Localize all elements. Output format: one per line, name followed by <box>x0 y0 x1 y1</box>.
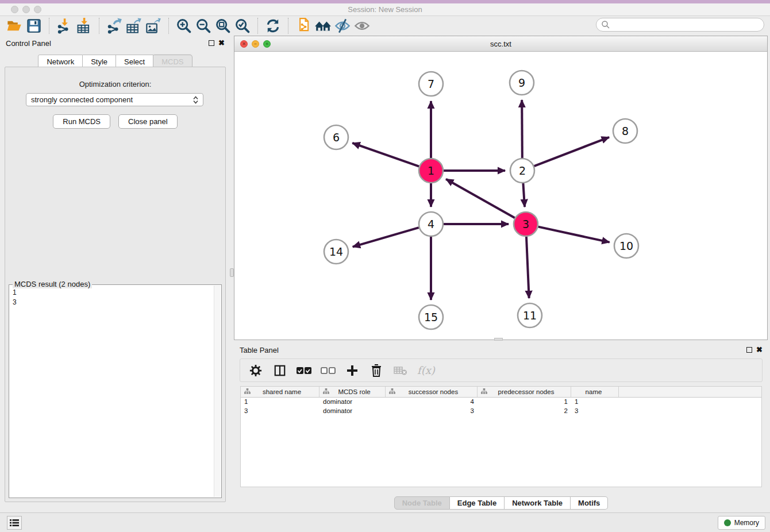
open-file-icon[interactable] <box>5 17 24 35</box>
network-graph-canvas[interactable]: 7968124314101511 <box>234 52 767 340</box>
graph-node-label-8: 8 <box>622 125 629 137</box>
column-header-label: successor nodes <box>395 388 477 395</box>
hierarchy-icon <box>481 388 487 396</box>
column-header-shared-name[interactable]: shared name <box>241 387 319 397</box>
split-columns-icon[interactable] <box>272 363 287 378</box>
mcds-result-scrollbar[interactable] <box>214 286 221 497</box>
select-all-checkbox-icon[interactable] <box>297 363 311 378</box>
node-table-header: shared nameMCDS rolesuccessor nodesprede… <box>241 387 761 398</box>
search-icon <box>601 20 610 29</box>
mcds-result-title: MCDS result (2 nodes) <box>13 280 92 288</box>
settings-gear-icon[interactable] <box>248 363 263 378</box>
column-header-MCDS-role[interactable]: MCDS role <box>319 387 386 397</box>
node-table-body: 1dominator4113dominator323 <box>241 398 761 416</box>
zoom-out-icon[interactable] <box>194 17 213 35</box>
graph-edge-3-11[interactable] <box>526 237 529 298</box>
graph-edge-1-6[interactable] <box>352 143 419 167</box>
table-cell[interactable]: 1 <box>478 398 571 407</box>
mcds-result-item: 1 <box>13 288 220 298</box>
graph-node-label-14: 14 <box>329 245 343 258</box>
optimization-criterion-label: Optimization criterion: <box>5 80 225 88</box>
import-network-icon[interactable] <box>55 17 74 35</box>
control-panel-title: Control Panel <box>6 39 51 48</box>
table-cell[interactable]: dominator <box>319 407 386 416</box>
hierarchy-icon <box>389 388 395 396</box>
tab-node-table[interactable]: Node Table <box>394 496 450 510</box>
toolbar-separator <box>257 18 258 34</box>
table-cell[interactable]: 3 <box>571 407 619 416</box>
select-stepper-icon <box>193 96 198 104</box>
task-list-button[interactable] <box>7 516 22 530</box>
graph-node-label-10: 10 <box>619 240 633 252</box>
graph-edge-2-8[interactable] <box>534 137 609 166</box>
import-table-icon[interactable] <box>74 17 94 35</box>
column-header-label: predecessor nodes <box>487 388 571 395</box>
graph-node-label-6: 6 <box>333 131 340 144</box>
table-row[interactable]: 3dominator323 <box>241 407 761 416</box>
toolbar-separator <box>288 18 288 34</box>
table-cell[interactable]: 4 <box>386 398 478 407</box>
column-header-label: MCDS role <box>329 388 385 395</box>
export-table-icon[interactable] <box>124 17 144 35</box>
delete-row-icon[interactable] <box>369 363 384 378</box>
export-image-icon[interactable] <box>144 17 163 35</box>
run-mcds-button[interactable]: Run MCDS <box>53 114 110 129</box>
column-header-successor-nodes[interactable]: successor nodes <box>386 387 478 397</box>
graph-edge-2-3[interactable] <box>523 183 525 207</box>
column-header-predecessor-nodes[interactable]: predecessor nodes <box>478 387 571 397</box>
table-cell[interactable]: 3 <box>241 407 319 416</box>
graph-edge-2-9[interactable] <box>522 100 522 158</box>
graph-edge-3-10[interactable] <box>538 227 609 242</box>
table-cell[interactable]: 3 <box>386 407 478 416</box>
network-view-title: scc.txt <box>234 40 767 48</box>
graph-node-label-2: 2 <box>519 164 526 177</box>
search-box[interactable] <box>596 18 764 32</box>
table-row[interactable]: 1dominator411 <box>241 398 761 407</box>
export-network-icon[interactable] <box>105 17 124 35</box>
network-window-titlebar[interactable]: ✕ − + scc.txt <box>234 36 767 52</box>
close-panel-icon[interactable]: ✖ <box>756 347 763 353</box>
column-header-name[interactable]: name <box>571 387 619 397</box>
panel-splitter-handle[interactable] <box>230 268 234 277</box>
zoom-selected-icon[interactable] <box>233 17 252 35</box>
graph-node-label-7: 7 <box>428 78 434 90</box>
tab-network-table[interactable]: Network Table <box>505 496 571 510</box>
table-toolbar: f(x) <box>240 358 763 382</box>
zoom-in-icon[interactable] <box>174 17 194 35</box>
save-session-icon[interactable] <box>24 17 44 35</box>
deselect-all-checkbox-icon[interactable] <box>321 363 336 378</box>
network-file-icon[interactable] <box>294 17 313 35</box>
main-toolbar <box>0 16 770 36</box>
tab-edge-table[interactable]: Edge Table <box>450 496 505 510</box>
graph-node-label-15: 15 <box>424 311 438 323</box>
panel-splitter-handle[interactable] <box>494 338 503 341</box>
graph-node-label-3: 3 <box>522 218 529 230</box>
zoom-fit-icon[interactable] <box>213 17 233 35</box>
table-cell[interactable]: 1 <box>571 398 619 407</box>
show-eye-icon[interactable] <box>352 17 372 35</box>
graph-node-label-4: 4 <box>428 218 434 230</box>
node-table[interactable]: shared nameMCDS rolesuccessor nodesprede… <box>240 386 762 487</box>
list-icon <box>10 519 19 527</box>
memory-button[interactable]: Memory <box>718 516 765 530</box>
refresh-icon[interactable] <box>263 17 283 35</box>
hierarchy-icon <box>244 388 251 396</box>
table-cell[interactable]: 1 <box>241 398 319 407</box>
table-cell[interactable]: dominator <box>319 398 386 407</box>
graph-edge-3-1[interactable] <box>446 179 515 218</box>
close-panel-button[interactable]: Close panel <box>118 114 178 129</box>
toolbar-separator <box>49 18 49 34</box>
home-icon[interactable] <box>313 17 333 35</box>
hide-eye-icon[interactable] <box>333 17 352 35</box>
tab-motifs[interactable]: Motifs <box>571 496 608 510</box>
search-input[interactable] <box>610 19 764 30</box>
status-bar: Memory <box>0 512 770 532</box>
optimization-criterion-select[interactable]: strongly connected component <box>26 93 203 106</box>
mcds-panel-body: Optimization criterion: strongly connect… <box>5 67 226 502</box>
graph-edge-4-14[interactable] <box>353 228 419 246</box>
float-panel-icon[interactable] <box>746 347 752 353</box>
close-panel-icon[interactable]: ✖ <box>218 40 225 46</box>
float-panel-icon[interactable] <box>209 40 214 46</box>
table-cell[interactable]: 2 <box>478 407 571 416</box>
add-row-icon[interactable] <box>345 363 360 378</box>
